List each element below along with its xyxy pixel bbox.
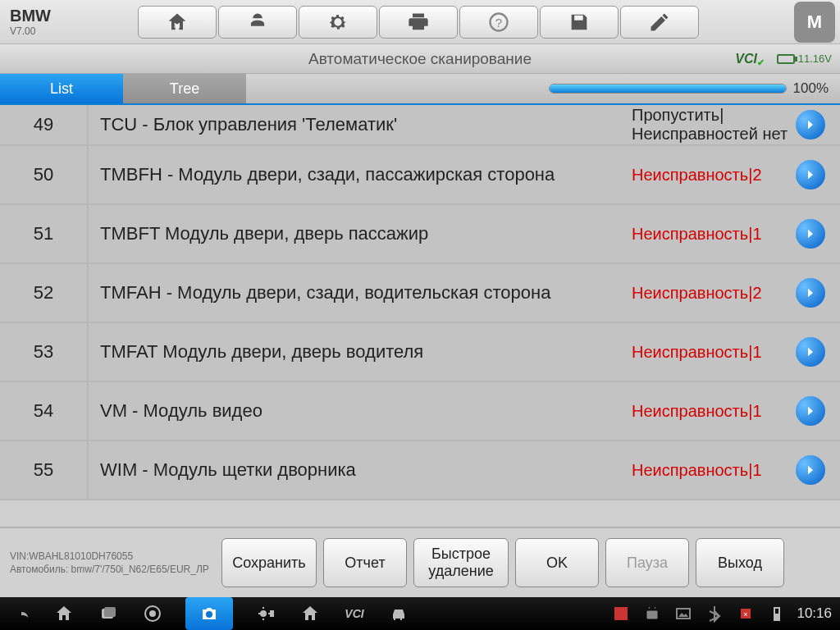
row-number: 49 — [0, 105, 89, 144]
battery-icon — [777, 54, 795, 64]
row-detail-button[interactable] — [796, 160, 825, 189]
row-module-name: WIM - Модуль щетки дворника — [89, 454, 632, 486]
report-button[interactable]: Отчет — [323, 538, 407, 587]
row-status: Пропустить|Неисправностей нет — [632, 106, 796, 144]
edit-button[interactable] — [620, 6, 699, 39]
table-row[interactable]: 50 TMBFH - Модуль двери, сзади, пассажир… — [0, 146, 840, 205]
check-icon: ✔ — [757, 57, 765, 67]
row-number: 50 — [0, 146, 89, 203]
vehicle-button[interactable] — [218, 6, 297, 39]
bluetooth-icon — [703, 602, 726, 625]
brand-name: BMW — [10, 7, 138, 25]
chrome-button[interactable] — [141, 602, 164, 625]
row-detail-button[interactable] — [796, 110, 825, 139]
svg-text:×: × — [744, 610, 748, 619]
help-button[interactable]: ? — [459, 6, 538, 39]
row-detail-button[interactable] — [796, 455, 825, 485]
vehicle-desc: Автомобиль: bmw/7'/750i_N62/E65/EUR_ЛР — [10, 563, 215, 576]
car-icon — [389, 604, 409, 623]
chevron-right-icon — [803, 404, 818, 418]
progress-wrap: 100% — [549, 80, 840, 97]
m-menu-button[interactable]: M — [794, 2, 835, 43]
scan-rows[interactable]: 49 TCU - Блок управления 'Телематик' Про… — [0, 105, 840, 500]
row-number: 52 — [0, 264, 89, 322]
android-icon — [641, 602, 664, 625]
vin-label: VIN:WBAHL81010DH76055 — [10, 550, 215, 563]
row-detail-button[interactable] — [796, 337, 825, 367]
row-status: Неисправность|1 — [632, 225, 796, 244]
table-row[interactable]: 55 WIM - Модуль щетки дворника Неисправн… — [0, 441, 840, 500]
vci-nav-button[interactable]: VCI — [343, 602, 366, 625]
car-nav-button[interactable] — [387, 602, 410, 625]
brightness-button[interactable] — [254, 602, 277, 625]
svg-point-6 — [149, 610, 156, 617]
chevron-right-icon — [803, 117, 818, 132]
camera-icon — [199, 604, 219, 623]
pause-button[interactable]: Пауза — [605, 538, 689, 587]
progress-bar — [549, 84, 787, 94]
print-button[interactable] — [379, 6, 458, 39]
home-icon: M — [166, 11, 189, 34]
back-button[interactable] — [8, 602, 31, 625]
table-row[interactable]: 54 VM - Модуль видео Неисправность|1 — [0, 382, 840, 441]
chevron-right-icon — [803, 226, 818, 241]
chevron-right-icon — [803, 345, 818, 359]
app-home-button[interactable] — [299, 602, 322, 625]
help-icon: ? — [487, 11, 510, 34]
table-row[interactable]: 53 TMFAT Модуль двери, дверь водителя Не… — [0, 323, 840, 382]
row-detail-button[interactable] — [796, 278, 825, 308]
home-m-icon — [300, 604, 320, 623]
row-number: 51 — [0, 205, 89, 262]
home-nav-button[interactable] — [52, 602, 75, 625]
table-row[interactable]: 51 TMBFT Модуль двери, дверь пассажир Не… — [0, 205, 840, 264]
row-number: 53 — [0, 323, 89, 381]
settings-button[interactable] — [299, 6, 377, 39]
row-module-name: TCU - Блок управления 'Телематик' — [89, 108, 632, 141]
exit-button[interactable]: Выход — [696, 538, 784, 587]
pencil-icon — [648, 11, 671, 34]
row-status: Неисправность|2 — [632, 166, 796, 185]
row-status: Неисправность|1 — [632, 343, 796, 362]
svg-point-7 — [206, 611, 212, 618]
app-icon — [611, 604, 631, 623]
home-button[interactable]: M — [138, 6, 217, 39]
status-tray: × 10:16 — [609, 602, 832, 625]
battery-tray-icon — [765, 602, 788, 625]
row-module-name: VM - Модуль видео — [89, 395, 632, 427]
chevron-right-icon — [803, 285, 818, 300]
battery-voltage: 11.16V — [798, 52, 832, 65]
table-row[interactable]: 49 TCU - Блок управления 'Телематик' Про… — [0, 105, 840, 146]
recent-icon — [98, 604, 118, 623]
home-icon — [54, 604, 74, 623]
camera-button[interactable] — [185, 597, 233, 630]
svg-rect-9 — [270, 610, 274, 617]
recent-apps-button[interactable] — [97, 602, 120, 625]
quick-erase-button[interactable]: Быстрое удаление — [413, 538, 509, 587]
network-icon: × — [734, 602, 757, 625]
progress-fill — [550, 84, 786, 93]
svg-text:M: M — [174, 21, 180, 30]
row-number: 55 — [0, 441, 89, 499]
app-tray-icon[interactable] — [609, 602, 632, 625]
chevron-right-icon — [803, 463, 818, 477]
footer: VIN:WBAHL81010DH76055 Автомобиль: bmw/7'… — [0, 527, 840, 597]
sub-header: Автоматическое сканирование VCI✔ 11.16V — [0, 44, 840, 74]
toolbar-buttons: M ? — [138, 6, 701, 39]
tab-tree[interactable]: Tree — [123, 74, 246, 103]
tab-list[interactable]: List — [0, 74, 123, 103]
row-status: Неисправность|2 — [632, 284, 796, 303]
row-number: 54 — [0, 382, 89, 440]
save-button[interactable] — [540, 6, 619, 39]
brand-block: BMW V7.00 — [0, 7, 138, 37]
vehicle-info: VIN:WBAHL81010DH76055 Автомобиль: bmw/7'… — [10, 550, 215, 576]
ok-button[interactable]: OK — [515, 538, 599, 587]
row-detail-button[interactable] — [796, 396, 825, 426]
table-row[interactable]: 52 TMFAH - Модуль двери, сзади, водитель… — [0, 264, 840, 323]
row-module-name: TMBFT Модуль двери, дверь пассажир — [89, 217, 632, 250]
svg-rect-4 — [104, 607, 116, 617]
brightness-icon — [256, 604, 276, 623]
brand-version: V7.00 — [10, 25, 138, 37]
row-detail-button[interactable] — [796, 219, 825, 249]
chevron-right-icon — [803, 167, 818, 182]
save-footer-button[interactable]: Сохранить — [221, 538, 317, 587]
